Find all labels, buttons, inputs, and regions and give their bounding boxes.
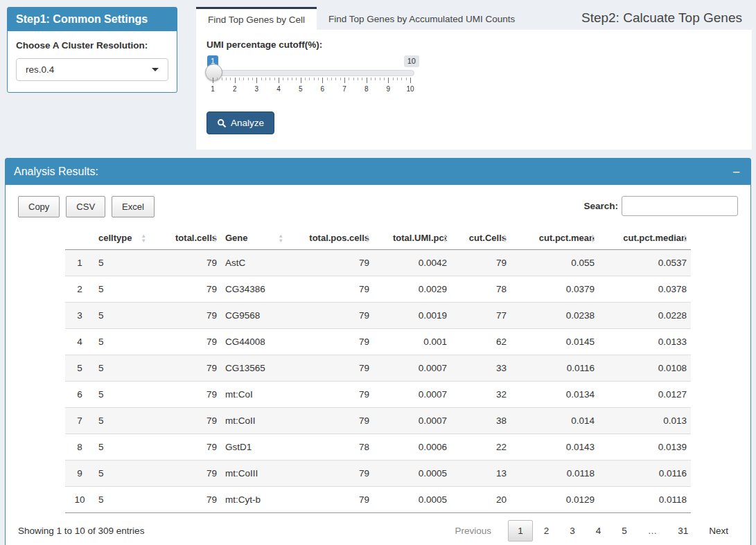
slider-minor-tick (314, 78, 315, 80)
table-cell: CG9568 (221, 303, 287, 329)
table-cell: 0.0118 (599, 487, 691, 513)
results-table: celltype▲▼total.cells▲▼Gene▲▼total.pos.c… (65, 227, 691, 513)
slider-tick (322, 78, 323, 83)
pagination-page-3[interactable]: 3 (560, 520, 585, 542)
column-header-celltype[interactable]: celltype▲▼ (94, 227, 150, 250)
table-cell: mt:CoIII (221, 461, 287, 487)
slider-grid: 12345678910 (213, 78, 410, 96)
slider-minor-tick (288, 78, 288, 80)
slider-minor-tick (226, 78, 227, 80)
slider-max-badge: 10 (404, 55, 419, 67)
table-cell: 5 (94, 276, 150, 303)
column-header-cut-cells[interactable]: cut.Cells▲▼ (451, 227, 511, 250)
column-header-label: cut.Cells (469, 233, 507, 243)
table-cell: CG13565 (221, 355, 287, 382)
slider-track[interactable] (206, 70, 414, 76)
cluster-resolution-value: res.0.4 (26, 64, 54, 75)
cluster-resolution-select[interactable]: res.0.4 (16, 58, 168, 81)
column-header-total-umi-pct[interactable]: total.UMI.pct▲▼ (373, 227, 451, 250)
row-index-cell: 9 (65, 461, 94, 487)
table-row: 3579CG9568790.0019770.02380.0228 (65, 303, 691, 329)
slider-tick-label: 4 (276, 85, 281, 93)
table-row: 6579mt:CoI790.0007320.01340.0127 (65, 382, 691, 408)
column-header-label: cut.pct.median (623, 233, 687, 243)
table-cell: 0.0379 (511, 276, 599, 303)
table-cell: 79 (150, 408, 221, 434)
pagination-page-2[interactable]: 2 (534, 520, 559, 542)
analyze-button-label: Analyze (231, 118, 264, 128)
table-cell: 5 (94, 355, 150, 382)
table-body: 1579AstC790.0042790.0550.05372579CG34386… (65, 250, 691, 513)
table-cell: 5 (94, 382, 150, 408)
table-cell: 0.0145 (511, 329, 599, 355)
row-index-cell: 8 (65, 434, 94, 461)
tab-find-top-genes-by-cell[interactable]: Find Top Genes by Cell (196, 7, 317, 30)
slider-tick (279, 78, 279, 83)
slider-minor-tick (371, 78, 371, 80)
slider-minor-tick (331, 78, 332, 80)
slider-tick-label: 3 (255, 85, 259, 93)
pagination-page-31[interactable]: 31 (668, 520, 698, 542)
pagination-next[interactable]: Next (699, 520, 738, 542)
column-header-label: celltype (98, 233, 132, 243)
table-cell: 79 (150, 250, 221, 276)
slider-tick (235, 78, 236, 83)
sort-icon: ▲▼ (683, 233, 687, 243)
table-cell: 32 (451, 382, 511, 408)
slider-minor-tick (362, 78, 362, 80)
column-header-label: total.UMI.pct (393, 233, 447, 243)
column-header-total-pos-cells[interactable]: total.pos.cells▲▼ (287, 227, 373, 250)
slider-tick-label: 5 (299, 85, 303, 93)
umi-cutoff-slider[interactable]: 1 10 12345678910 (206, 55, 414, 103)
pagination-page-1[interactable]: 1 (508, 520, 533, 542)
results-panel-header: Analysis Results: − (6, 159, 750, 185)
slider-tick (344, 78, 345, 83)
table-cell: 5 (94, 408, 150, 434)
tab-find-top-genes-by-accumulated-umi-counts[interactable]: Find Top Genes by Accumulated UMI Counts (317, 7, 527, 30)
pagination-previous[interactable]: Previous (446, 520, 502, 542)
table-row: 5579CG13565790.0007330.01160.0108 (65, 355, 691, 382)
copy-button[interactable]: Copy (18, 196, 60, 217)
pagination-page-4[interactable]: 4 (586, 520, 611, 542)
column-header-cut-pct-mean[interactable]: cut.pct.mean▲▼ (511, 227, 599, 250)
table-row: 1579AstC790.0042790.0550.0537 (65, 250, 691, 276)
csv-button[interactable]: CSV (66, 196, 105, 217)
excel-button[interactable]: Excel (112, 196, 155, 217)
column-header-label: total.pos.cells (309, 233, 369, 243)
column-header-total-cells[interactable]: total.cells▲▼ (150, 227, 221, 250)
slider-minor-tick (353, 78, 354, 80)
row-index-cell: 10 (65, 487, 94, 513)
table-cell: 0.0108 (599, 355, 691, 382)
table-cell: 0.0007 (373, 382, 451, 408)
column-header-cut-pct-median[interactable]: cut.pct.median▲▼ (599, 227, 691, 250)
collapse-icon[interactable]: − (730, 166, 742, 179)
entries-info: Showing 1 to 10 of 309 entries (18, 526, 144, 536)
slider-minor-tick (222, 78, 222, 80)
table-cell: 79 (150, 382, 221, 408)
table-cell: 79 (150, 487, 221, 513)
table-cell: 79 (150, 276, 221, 303)
table-cell: 79 (287, 303, 373, 329)
slider-minor-tick (239, 78, 240, 80)
slider-minor-tick (261, 78, 262, 80)
table-cell: 0.0537 (599, 250, 691, 276)
table-cell: 79 (287, 487, 373, 513)
sort-icon: ▲▼ (443, 233, 448, 243)
analyze-button[interactable]: Analyze (206, 111, 274, 134)
pagination: Previous12345…31Next (444, 520, 738, 542)
search-input[interactable] (622, 196, 738, 216)
slider-minor-tick (327, 78, 328, 80)
table-cell: 5 (94, 303, 150, 329)
table-cell: 62 (451, 329, 511, 355)
table-cell: 0.0143 (511, 434, 599, 461)
table-cell: 79 (150, 461, 221, 487)
table-cell: 0.0116 (511, 355, 599, 382)
table-cell: 0.055 (511, 250, 599, 276)
sort-icon: ▲▼ (502, 233, 507, 243)
table-cell: 79 (451, 250, 511, 276)
export-button-group: Copy CSV Excel (18, 196, 155, 217)
table-cell: 0.013 (599, 408, 691, 434)
slider-tick-label: 10 (406, 85, 414, 93)
column-header-gene[interactable]: Gene▲▼ (221, 227, 287, 250)
pagination-page-5[interactable]: 5 (612, 520, 637, 542)
